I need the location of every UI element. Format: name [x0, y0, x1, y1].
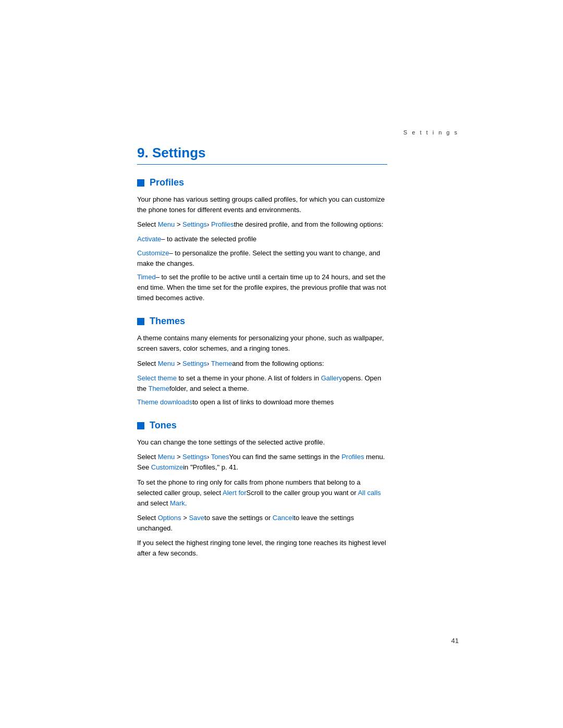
- tones-nav-link3[interactable]: Tones: [211, 453, 229, 461]
- tones-heading: Tones: [137, 420, 387, 431]
- tones-intro: You can change the tone settings of the …: [137, 437, 387, 448]
- themes-item-select: Select theme to set a theme in your phon…: [137, 373, 387, 394]
- themes-nav-text: Select: [137, 360, 158, 367]
- profiles-title: Profiles: [150, 177, 184, 188]
- chapter-title-word: Settings: [152, 145, 206, 161]
- activate-label: Activate: [137, 235, 161, 243]
- all-calls-link[interactable]: All calls: [358, 489, 381, 497]
- page-header-label: S e t t i n g s: [403, 129, 459, 135]
- themes-nav-link3[interactable]: Theme: [211, 360, 232, 367]
- tones-nav-text: Select: [137, 453, 158, 461]
- profiles-item-activate: Activate– to activate the selected profi…: [137, 234, 387, 244]
- themes-intro: A theme contains many elements for perso…: [137, 333, 387, 354]
- themes-heading: Themes: [137, 316, 387, 327]
- activate-desc: to activate the selected profile: [165, 235, 256, 243]
- tones-title: Tones: [150, 420, 177, 431]
- profiles-section: Profiles Your phone has various setting …: [137, 177, 387, 303]
- select-theme-label: Select theme: [137, 374, 177, 382]
- tones-profiles-link[interactable]: Profiles: [341, 453, 364, 461]
- page-container: S e t t i n g s 9. Settings Profiles You…: [0, 0, 563, 728]
- tones-customize-link[interactable]: Customize: [151, 463, 183, 471]
- customize-sep: –: [169, 249, 173, 257]
- customize-desc: to personalize the profile. Select the s…: [137, 249, 380, 267]
- themes-icon: [137, 318, 144, 325]
- tones-nav-sep1: >: [175, 453, 182, 461]
- tones-para3-sep1: >: [181, 514, 189, 522]
- customize-label: Customize: [137, 249, 169, 257]
- select-theme-desc: to set a theme in your phone. A list of …: [177, 374, 321, 382]
- tones-nav-link2[interactable]: Settings: [182, 453, 207, 461]
- profiles-heading: Profiles: [137, 177, 387, 188]
- tones-nav-link1[interactable]: Menu: [158, 453, 175, 461]
- page-number: 41: [451, 637, 459, 645]
- themes-nav-sep1: >: [175, 360, 182, 367]
- tones-para2-mid: Scroll to the caller group you want or: [247, 489, 358, 497]
- timed-sep: –: [156, 273, 160, 281]
- profiles-nav-link3[interactable]: Profiles: [211, 220, 234, 228]
- theme-downloads-desc: to open a list of links to download more…: [192, 398, 334, 406]
- theme-folder-link[interactable]: Theme: [148, 385, 169, 392]
- theme-downloads-label: Theme downloads: [137, 398, 192, 406]
- tones-para3-mid: to save the settings or: [204, 514, 273, 522]
- timed-label: Timed: [137, 273, 156, 281]
- tones-section: Tones You can change the tone settings o…: [137, 420, 387, 559]
- themes-section: Themes A theme contains many elements fo…: [137, 316, 387, 408]
- profiles-nav-link1[interactable]: Menu: [158, 220, 175, 228]
- profiles-nav-text: Select: [137, 220, 158, 228]
- profiles-item-customize: Customize– to personalize the profile. S…: [137, 248, 387, 269]
- tones-para3-pre: Select: [137, 514, 158, 522]
- select-theme-desc3: folder, and select a theme.: [169, 385, 249, 392]
- profiles-nav-link2[interactable]: Settings: [182, 220, 207, 228]
- cancel-link[interactable]: Cancel: [273, 514, 293, 522]
- themes-nav-suffix: and from the following options:: [232, 360, 324, 367]
- themes-item-downloads: Theme downloadsto open a list of links t…: [137, 397, 387, 408]
- tones-para3: Select Options > Saveto save the setting…: [137, 513, 387, 534]
- tones-nav: Select Menu > Settings› TonesYou can fin…: [137, 452, 387, 473]
- chapter-number: 9.: [137, 145, 149, 161]
- profiles-item-timed: Timed– to set the profile to be active u…: [137, 272, 387, 303]
- tones-para4: If you select the highest ringing tone l…: [137, 538, 387, 559]
- save-link[interactable]: Save: [189, 514, 204, 522]
- tones-para2: To set the phone to ring only for calls …: [137, 477, 387, 509]
- tones-icon: [137, 422, 144, 429]
- profiles-intro: Your phone has various setting groups ca…: [137, 194, 387, 215]
- tones-nav-sep2: ›: [207, 453, 211, 461]
- profiles-nav-sep1: >: [175, 220, 182, 228]
- tones-para2-final: .: [185, 499, 187, 507]
- themes-nav-link1[interactable]: Menu: [158, 360, 175, 367]
- mark-link[interactable]: Mark: [170, 499, 185, 507]
- timed-desc: to set the profile to be active until a …: [137, 273, 386, 302]
- themes-nav: Select Menu > Settings› Themeand from th…: [137, 359, 387, 369]
- themes-nav-sep2: ›: [207, 360, 211, 367]
- themes-title: Themes: [150, 316, 185, 327]
- gallery-link[interactable]: Gallery: [321, 374, 342, 382]
- content-area: 9. Settings Profiles Your phone has vari…: [137, 145, 387, 572]
- profiles-icon: [137, 179, 144, 187]
- chapter-title: 9. Settings: [137, 145, 387, 165]
- tones-nav-suffix-end: in "Profiles," p. 41.: [183, 463, 238, 471]
- profiles-nav-suffix: the desired profile, and from the follow…: [234, 220, 383, 228]
- themes-nav-link2[interactable]: Settings: [182, 360, 207, 367]
- alert-for-link[interactable]: Alert for: [223, 489, 247, 497]
- tones-nav-suffix-pre: You can find the same settings in the: [229, 453, 342, 461]
- tones-para2-end: and select: [137, 499, 170, 507]
- options-link[interactable]: Options: [158, 514, 181, 522]
- profiles-nav-sep2: ›: [207, 220, 211, 228]
- profiles-nav: Select Menu > Settings› Profilesthe desi…: [137, 219, 387, 230]
